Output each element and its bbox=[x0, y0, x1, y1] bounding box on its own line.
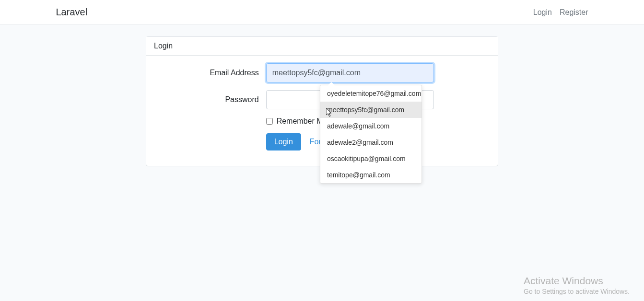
autocomplete-item[interactable]: temitope@gmail.com bbox=[320, 167, 422, 183]
navbar-nav: Login Register bbox=[533, 8, 588, 17]
autocomplete-item[interactable]: oscaokitipupa@gmail.com bbox=[320, 150, 422, 167]
email-label: Email Address bbox=[154, 69, 266, 77]
watermark-title: Activate Windows bbox=[524, 275, 630, 287]
remember-check: Remember Me bbox=[266, 117, 328, 126]
email-input-wrapper bbox=[266, 63, 434, 82]
email-group: Email Address bbox=[154, 63, 490, 82]
autocomplete-item[interactable]: adewale@gmail.com bbox=[320, 118, 422, 134]
autocomplete-item[interactable]: adewale2@gmail.com bbox=[320, 134, 422, 150]
password-label: Password bbox=[154, 95, 266, 104]
watermark-subtitle: Go to Settings to activate Windows. bbox=[524, 288, 630, 295]
card-header: Login bbox=[146, 37, 498, 56]
autocomplete-item[interactable]: meettopsy5fc@gmail.com bbox=[320, 102, 422, 118]
autocomplete-dropdown: oyedeletemitope76@gmail.com meettopsy5fc… bbox=[320, 85, 422, 184]
navbar: Laravel Login Register bbox=[0, 0, 644, 25]
autocomplete-item[interactable]: oyedeletemitope76@gmail.com bbox=[320, 85, 422, 102]
email-input[interactable] bbox=[266, 63, 434, 82]
nav-login-link[interactable]: Login bbox=[533, 8, 552, 16]
navbar-container: Laravel Login Register bbox=[49, 7, 596, 18]
nav-register-link[interactable]: Register bbox=[560, 8, 588, 16]
windows-watermark: Activate Windows Go to Settings to activ… bbox=[524, 275, 630, 295]
login-button[interactable]: Login bbox=[266, 133, 301, 150]
brand-link[interactable]: Laravel bbox=[56, 7, 88, 18]
remember-checkbox[interactable] bbox=[266, 118, 273, 125]
